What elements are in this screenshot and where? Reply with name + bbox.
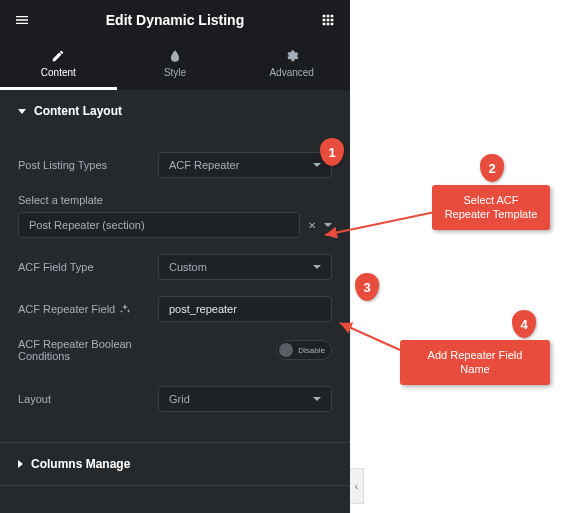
select-layout[interactable]: Grid — [158, 386, 332, 412]
clear-icon[interactable]: ✕ — [308, 220, 316, 231]
section-title: Content Layout — [34, 104, 122, 118]
toggle-acf-boolean[interactable]: Disable — [276, 340, 332, 360]
gear-icon — [285, 49, 299, 63]
chevron-down-icon — [313, 265, 321, 269]
annotation-badge-2: 2 — [480, 154, 504, 182]
field-label: Select a template — [18, 194, 332, 206]
section-body: Post Listing Types ACF Repeater Select a… — [0, 132, 350, 442]
field-acf-repeater-field: ACF Repeater Field post_repeater — [18, 296, 332, 322]
input-acf-repeater-field[interactable]: post_repeater — [158, 296, 332, 322]
select-value: ACF Repeater — [169, 159, 239, 171]
tabs: Content Style Advanced — [0, 40, 350, 90]
field-acf-field-type: ACF Field Type Custom — [18, 254, 332, 280]
tab-label: Style — [164, 67, 186, 78]
chevron-down-icon — [313, 163, 321, 167]
input-value: post_repeater — [169, 303, 237, 315]
section-content-layout: Content Layout Post Listing Types ACF Re… — [0, 90, 350, 443]
tab-advanced[interactable]: Advanced — [233, 40, 350, 90]
section-header-content-layout[interactable]: Content Layout — [0, 90, 350, 132]
toggle-text: Disable — [298, 346, 325, 355]
annotation-callout-field: Add Repeater Field Name — [400, 340, 550, 385]
apps-icon[interactable] — [318, 10, 338, 30]
field-label: ACF Repeater Boolean Conditions — [18, 338, 178, 362]
chevron-down-icon — [18, 109, 26, 114]
droplet-icon — [168, 49, 182, 63]
chevron-right-icon — [18, 460, 23, 468]
field-label: ACF Repeater Field — [18, 303, 158, 315]
section-title: Columns Manage — [31, 457, 130, 471]
field-label: ACF Field Type — [18, 261, 158, 273]
field-select-template: Post Repeater (section) ✕ — [18, 212, 332, 238]
tab-style[interactable]: Style — [117, 40, 234, 90]
annotation-badge-4: 4 — [512, 310, 536, 338]
select-value: Post Repeater (section) — [29, 219, 145, 231]
select-value: Grid — [169, 393, 190, 405]
collapse-panel-button[interactable]: ‹ — [350, 468, 364, 504]
menu-icon[interactable] — [12, 10, 32, 30]
select-acf-field-type[interactable]: Custom — [158, 254, 332, 280]
field-post-listing-types: Post Listing Types ACF Repeater — [18, 152, 332, 178]
select-template[interactable]: Post Repeater (section) — [18, 212, 300, 238]
annotation-callout-template: Select ACF Repeater Template — [432, 185, 550, 230]
section-header-columns-manage[interactable]: Columns Manage — [0, 443, 350, 485]
toggle-knob — [279, 343, 293, 357]
tab-content[interactable]: Content — [0, 40, 117, 90]
panel-title: Edit Dynamic Listing — [32, 12, 318, 28]
select-post-listing-types[interactable]: ACF Repeater — [158, 152, 332, 178]
field-acf-repeater-boolean: ACF Repeater Boolean Conditions Disable — [18, 338, 332, 362]
tab-label: Advanced — [269, 67, 313, 78]
tab-label: Content — [41, 67, 76, 78]
chevron-down-icon — [313, 397, 321, 401]
panel-header: Edit Dynamic Listing — [0, 0, 350, 40]
chevron-down-icon[interactable] — [324, 223, 332, 227]
sparkle-icon — [119, 303, 131, 315]
section-columns-manage: Columns Manage — [0, 443, 350, 486]
editor-panel: Edit Dynamic Listing Content Style Advan… — [0, 0, 350, 513]
field-label: Post Listing Types — [18, 159, 158, 171]
field-layout: Layout Grid — [18, 386, 332, 412]
select-value: Custom — [169, 261, 207, 273]
annotation-badge-3: 3 — [355, 273, 379, 301]
field-label: Layout — [18, 393, 158, 405]
pencil-icon — [51, 49, 65, 63]
